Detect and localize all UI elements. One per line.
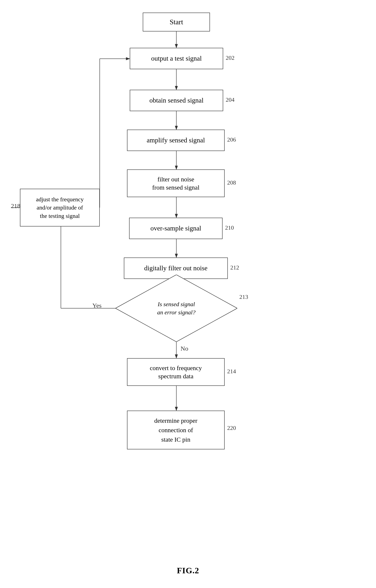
ref-213: 213 (239, 294, 248, 300)
box-218: adjust the frequencyand/or amplitude oft… (20, 189, 100, 226)
diamond-213-label: Is sensed signalan error signal? (157, 300, 196, 316)
box-206: amplify sensed signal (127, 130, 225, 151)
ref-206: 206 (227, 136, 236, 143)
box-204: obtain sensed signal (130, 90, 223, 111)
box-210: over-sample signal (129, 218, 222, 239)
box-210-label: over-sample signal (151, 224, 201, 233)
fig-caption: FIG.2 (177, 566, 199, 575)
box-220-label: determine properconnection ofstate IC pi… (154, 416, 198, 444)
no-label: No (181, 345, 188, 352)
ref-210: 210 (225, 224, 234, 231)
box-202-label: output a test signal (151, 54, 202, 63)
yes-label: Yes (92, 302, 102, 309)
box-214-label: convert to frequencyspectrum data (150, 364, 202, 380)
box-206-label: amplify sensed signal (147, 136, 205, 145)
box-202: output a test signal (130, 48, 223, 69)
ref-204: 204 (226, 96, 234, 103)
box-214: convert to frequencyspectrum data (127, 358, 225, 386)
ref-202: 202 (226, 54, 234, 61)
box-208-label: filter out noisefrom sensed signal (152, 175, 199, 191)
ref-220: 220 (227, 425, 236, 431)
box-208: filter out noisefrom sensed signal (127, 169, 225, 197)
box-212-label: digitally filter out noise (144, 264, 207, 273)
start-label: Start (170, 17, 183, 27)
ref-212: 212 (230, 264, 239, 271)
box-218-label: adjust the frequencyand/or amplitude oft… (36, 195, 84, 220)
diamond-213: Is sensed signalan error signal? (115, 275, 237, 342)
box-204-label: obtain sensed signal (149, 96, 204, 105)
box-220: determine properconnection ofstate IC pi… (127, 410, 225, 449)
ref-208: 208 (227, 179, 236, 186)
diagram-container: Start output a test signal 202 obtain se… (0, 0, 376, 588)
ref-218: 218 (11, 202, 20, 210)
fig-label: FIG.2 (177, 566, 199, 575)
ref-214: 214 (227, 368, 236, 375)
start-box: Start (143, 13, 210, 32)
